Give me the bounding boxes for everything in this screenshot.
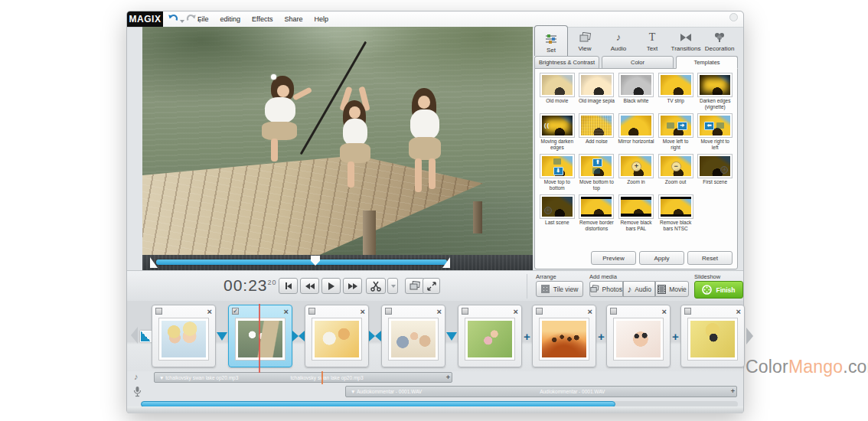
slide-close-icon[interactable]: × bbox=[514, 308, 518, 315]
timeline-scroll-right-icon[interactable] bbox=[746, 328, 753, 344]
transition-bowtie[interactable] bbox=[292, 331, 305, 341]
transition-triangle-down[interactable] bbox=[216, 332, 228, 341]
slide-close-icon[interactable]: × bbox=[662, 308, 667, 315]
undo-dropdown-icon[interactable] bbox=[180, 20, 184, 23]
music-track-clip[interactable]: ▼ tchaikovsky swan lake op20.mp3 tchaiko… bbox=[154, 372, 452, 383]
fast-forward-button[interactable] bbox=[343, 278, 362, 294]
slide-checkbox[interactable] bbox=[536, 308, 543, 315]
menu-effects[interactable]: Effects bbox=[252, 15, 272, 23]
template-zoom-in[interactable]: + Zoom in bbox=[616, 154, 656, 191]
apply-button[interactable]: Apply bbox=[639, 251, 684, 265]
undo-button[interactable] bbox=[168, 12, 184, 24]
subtab-color[interactable]: Color bbox=[602, 56, 674, 69]
template-mirror-horizontal[interactable]: Mirror horizontal bbox=[616, 113, 656, 151]
reset-button[interactable]: Reset bbox=[687, 251, 733, 265]
seek-range-bar[interactable] bbox=[156, 259, 447, 265]
template-first-scene[interactable]: + First scene bbox=[695, 154, 735, 191]
play-button[interactable] bbox=[321, 278, 341, 294]
slide-checkbox[interactable] bbox=[684, 308, 691, 315]
template-move-bottom-to-top[interactable]: ⬆ Move bottom to top bbox=[577, 154, 617, 191]
cut-button[interactable] bbox=[366, 278, 386, 294]
cut-dropdown-button[interactable] bbox=[387, 278, 398, 294]
slide-close-icon[interactable]: × bbox=[588, 308, 592, 315]
timeline-slide-8[interactable]: × bbox=[680, 305, 745, 367]
black-bar-overlay bbox=[621, 197, 651, 200]
slide-checkbox[interactable] bbox=[385, 308, 392, 315]
transition-triangle-down[interactable] bbox=[445, 332, 458, 341]
template-move-left-to-right[interactable]: ➔ Move left to right bbox=[656, 113, 696, 151]
seek-end-handle[interactable] bbox=[442, 257, 450, 268]
seek-start-handle[interactable] bbox=[150, 257, 158, 268]
timeline-slide-7[interactable]: × bbox=[606, 305, 671, 367]
template-darken-edges-vignette[interactable]: Darken edges (vignette) bbox=[695, 73, 735, 110]
subtab-brightness-contrast[interactable]: Brightness & Contrast bbox=[534, 56, 599, 69]
playback-controls bbox=[279, 278, 362, 294]
subtab-templates[interactable]: Templates bbox=[676, 56, 738, 69]
template-remove-black-bars-ntsc[interactable]: Remove black bars NTSC bbox=[656, 194, 696, 232]
clip-extend-handle[interactable]: + bbox=[731, 387, 735, 395]
template-remove-border-distortions[interactable]: Remove border distortions bbox=[577, 194, 617, 232]
timeline-slide-1[interactable]: × bbox=[152, 305, 216, 367]
voice-track-clip[interactable]: ▼ Audiokommentar - 0001.WAV Audiokomment… bbox=[345, 386, 737, 397]
template-zoom-out[interactable]: − Zoom out bbox=[656, 154, 696, 191]
video-preview[interactable] bbox=[142, 27, 533, 255]
timeline-slide-4[interactable]: × bbox=[381, 305, 445, 367]
clip-expander-icon[interactable]: ▼ bbox=[159, 375, 164, 380]
slide-checkbox[interactable] bbox=[155, 308, 162, 315]
timeline-slide-3[interactable]: × bbox=[305, 305, 369, 367]
tab-view[interactable]: View bbox=[568, 25, 602, 54]
transition-add-plus[interactable]: + bbox=[671, 330, 680, 343]
menu-file[interactable]: File bbox=[197, 15, 209, 23]
preview-seek-bar[interactable] bbox=[142, 255, 533, 270]
template-tv-strip[interactable]: TV strip bbox=[656, 73, 696, 110]
slide-checkbox[interactable] bbox=[610, 308, 617, 315]
clip-extend-handle[interactable]: + bbox=[446, 374, 450, 381]
tile-view-button[interactable]: Tile view bbox=[536, 281, 583, 297]
transition-diagonal-wipe[interactable] bbox=[139, 331, 152, 342]
photos-icon bbox=[578, 31, 592, 43]
slide-checkbox[interactable] bbox=[308, 308, 315, 315]
tab-set[interactable]: Set bbox=[534, 25, 568, 56]
template-old-movie[interactable]: Old movie bbox=[537, 73, 577, 110]
timeline-scroll-left-icon[interactable] bbox=[131, 327, 138, 344]
menu-editing[interactable]: editing bbox=[220, 15, 241, 23]
transition-add-plus[interactable]: + bbox=[522, 330, 532, 343]
ghost-overlay bbox=[553, 158, 561, 165]
template-last-scene[interactable]: + Last scene bbox=[537, 194, 577, 232]
preview-button[interactable]: Preview bbox=[591, 251, 636, 265]
slide-close-icon[interactable]: × bbox=[437, 308, 442, 315]
menu-help[interactable]: Help bbox=[314, 15, 328, 23]
menu-share[interactable]: Share bbox=[284, 15, 302, 23]
transition-add-plus[interactable]: + bbox=[596, 330, 606, 343]
finish-button[interactable]: Finish bbox=[694, 281, 743, 299]
template-black-white[interactable]: Black white bbox=[616, 73, 656, 110]
template-add-noise[interactable]: Add noise bbox=[577, 113, 617, 151]
slide-close-icon[interactable]: × bbox=[736, 308, 741, 315]
timeline-slide-2-selected[interactable]: ✓× bbox=[228, 305, 292, 367]
skip-start-button[interactable] bbox=[279, 278, 298, 294]
timeline-slide-6[interactable]: × bbox=[532, 305, 596, 367]
tab-audio[interactable]: ♪ Audio bbox=[602, 25, 635, 54]
tab-decoration[interactable]: Decoration bbox=[703, 25, 736, 54]
tab-text[interactable]: T Text bbox=[635, 25, 669, 54]
template-move-right-to-left[interactable]: ⬅ Move right to left bbox=[695, 113, 735, 151]
add-audio-button[interactable]: ♪ Audio bbox=[623, 281, 655, 297]
template-remove-black-bars-pal[interactable]: Remove black bars PAL bbox=[616, 194, 656, 232]
template-moving-darken-edges[interactable]: (( Moving darken edges bbox=[537, 113, 577, 151]
add-movie-button[interactable]: Movie bbox=[655, 281, 689, 297]
slide-checkbox-checked[interactable]: ✓ bbox=[232, 308, 239, 315]
tab-transitions[interactable]: Transitions bbox=[669, 25, 703, 54]
template-move-top-to-bottom[interactable]: ⬇ Move top to bottom bbox=[537, 154, 577, 191]
clip-expander-icon[interactable]: ▼ bbox=[351, 389, 355, 394]
slide-checkbox[interactable] bbox=[462, 308, 468, 315]
rewind-button[interactable] bbox=[300, 278, 319, 294]
transition-bowtie[interactable] bbox=[369, 331, 381, 341]
timeline-slide-5[interactable]: × bbox=[458, 305, 522, 367]
fullscreen-button[interactable] bbox=[423, 278, 440, 294]
slide-close-icon[interactable]: × bbox=[207, 308, 212, 315]
slide-close-icon[interactable]: × bbox=[361, 308, 365, 315]
template-old-image-sepia[interactable]: Old image sepia bbox=[577, 73, 617, 110]
timeline-playhead[interactable] bbox=[259, 304, 260, 373]
slide-close-icon[interactable]: × bbox=[284, 308, 289, 315]
add-photos-button[interactable]: Photos bbox=[589, 281, 623, 297]
